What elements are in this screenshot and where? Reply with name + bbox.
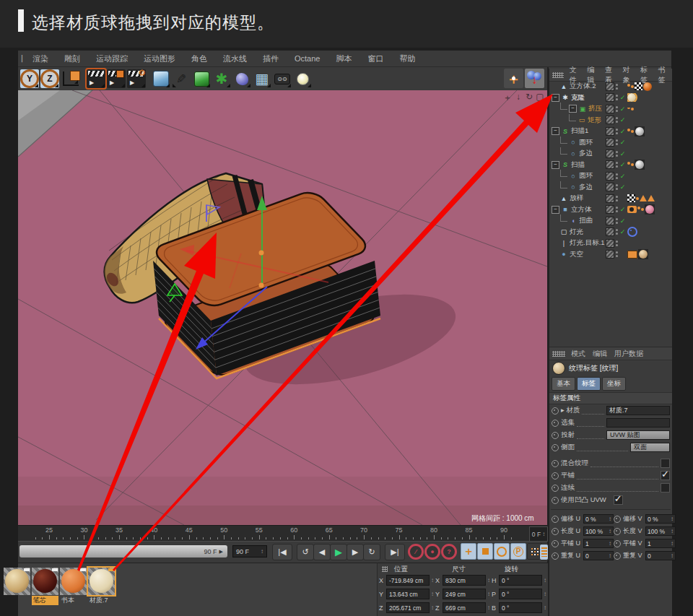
checker-tag-icon[interactable]	[627, 194, 635, 202]
enable-toggle[interactable]: ✓	[618, 128, 627, 135]
menu-item-Octane[interactable]: Octane	[287, 54, 328, 63]
layer-icon[interactable]	[606, 217, 614, 225]
uv-field-重复 U[interactable]: 0↕	[583, 551, 614, 560]
mograph-cloner-button[interactable]: ✱	[212, 69, 231, 88]
deformer-button[interactable]	[232, 69, 251, 88]
add-cube-button[interactable]	[152, 69, 170, 88]
material-笔芯[interactable]: 笔芯	[32, 568, 58, 605]
attr-field-材质[interactable]: 材质.7	[606, 406, 670, 415]
visibility-dots[interactable]	[616, 196, 618, 201]
prev-key-button[interactable]: ◀	[313, 544, 331, 560]
enable-toggle[interactable]: ✓	[618, 161, 627, 168]
layer-icon[interactable]	[606, 116, 614, 124]
material-partial[interactable]	[4, 568, 30, 596]
object-row-扭曲[interactable]: ◖扭曲✓	[549, 215, 672, 227]
coord-field-0-Z[interactable]: 205.671 cm	[386, 602, 430, 613]
timeline-ruler[interactable]: 25303540455055606570758085900 F↕	[18, 525, 547, 542]
object-row-克隆[interactable]: −✱克隆✓	[549, 92, 672, 104]
tri-tag-icon[interactable]	[648, 195, 655, 201]
enable-toggle[interactable]: ✓	[618, 139, 627, 146]
enable-toggle[interactable]: ✓	[618, 150, 627, 157]
menu-item-运动图形[interactable]: 运动图形	[136, 53, 183, 64]
coord-field-2-P[interactable]: 0 °	[499, 589, 542, 599]
expand-toggle[interactable]: −	[552, 206, 559, 214]
menu-item-渲染[interactable]: 渲染	[25, 53, 56, 64]
uv-field-长度 V[interactable]: 100 %↕	[645, 526, 676, 536]
ball-pink-tag-icon[interactable]	[645, 204, 655, 214]
uv-field-长度 U[interactable]: 100 %↕	[583, 526, 614, 536]
expand-toggle[interactable]: −	[569, 105, 577, 113]
light-button[interactable]	[293, 69, 312, 88]
visibility-dots[interactable]	[616, 84, 618, 90]
enable-toggle[interactable]: ✓	[618, 183, 627, 191]
record-rotation-button[interactable]	[494, 544, 510, 559]
object-row-灯光.目标.1[interactable]: |灯光.目标.1	[549, 238, 672, 249]
render-view-button[interactable]: ▶	[87, 69, 105, 88]
layer-icon[interactable]	[606, 172, 614, 181]
coord-field-1-Y[interactable]: 249 cm	[443, 589, 486, 599]
menu-item-脚本[interactable]: 脚本	[328, 53, 359, 64]
pen-spline-button[interactable]: ✎	[172, 69, 191, 88]
tab-基本[interactable]: 基本	[552, 377, 575, 391]
attr-field-选集[interactable]	[606, 418, 670, 428]
ball-silver-tag-icon[interactable]	[635, 160, 645, 170]
layer-icon[interactable]	[606, 194, 614, 203]
dot-tag-icon[interactable]	[636, 197, 639, 200]
attr-menu-模式[interactable]: 模式	[567, 349, 589, 359]
material-书本[interactable]: 书本	[60, 568, 87, 605]
enable-toggle[interactable]: ✓	[618, 116, 627, 123]
attr-menu-编辑[interactable]: 编辑	[589, 349, 611, 359]
anim-dot-icon[interactable]	[552, 420, 559, 427]
enable-toggle[interactable]: ✓	[618, 217, 627, 225]
ball-silver-tag-icon[interactable]	[635, 126, 645, 136]
next-key-button[interactable]: ▶	[346, 544, 364, 560]
layer-icon[interactable]	[606, 149, 614, 158]
menu-item-窗口[interactable]: 窗口	[359, 53, 391, 64]
uv-field-偏移 U[interactable]: 0 %↕	[583, 514, 614, 524]
anim-dot-icon[interactable]	[614, 540, 621, 547]
uv-field-偏移 V[interactable]: 0 %↕	[645, 514, 676, 524]
anim-dot-icon[interactable]	[552, 516, 559, 523]
record-auto-button[interactable]: ●	[424, 544, 440, 559]
checker-tag-icon[interactable]	[635, 82, 642, 90]
floor-environment-button[interactable]: ▦	[253, 69, 271, 88]
dots-tag-icon[interactable]	[627, 130, 634, 133]
record-position-button[interactable]: ＋	[461, 544, 476, 559]
attr-checkbox-混合纹理[interactable]	[661, 459, 670, 468]
attr-checkbox-使用凹凸 UVW[interactable]	[614, 495, 623, 505]
layer-icon[interactable]	[606, 239, 614, 248]
dots-tag-icon[interactable]	[627, 85, 634, 88]
layer-icon[interactable]	[606, 183, 614, 191]
uv-field-平铺 V[interactable]: 1↕	[645, 539, 676, 548]
menu-item-帮助[interactable]: 帮助	[391, 53, 423, 64]
expand-toggle[interactable]: −	[552, 94, 559, 102]
timeline-settings-button[interactable]	[539, 544, 549, 560]
coord-field-0-Y[interactable]: 13.643 cm	[386, 589, 430, 599]
object-row-放样[interactable]: ▲放样	[549, 193, 672, 204]
object-row-圆环[interactable]: ○圆环✓	[549, 170, 672, 182]
workplane-icon[interactable]: ＋	[504, 69, 523, 88]
object-row-扫描1[interactable]: −S扫描1✓	[549, 126, 672, 137]
axis-z-lock-button[interactable]: Z	[40, 69, 59, 88]
layer-icon[interactable]	[606, 160, 614, 169]
enable-toggle[interactable]: ✓	[618, 105, 627, 113]
anim-dot-icon[interactable]	[552, 472, 559, 480]
current-frame-field[interactable]: 90 F↕	[232, 545, 267, 558]
loop-range-button[interactable]: ↺	[297, 544, 314, 560]
render-picture-viewer-button[interactable]: ▶	[107, 69, 126, 88]
object-row-立方体[interactable]: −■立方体✓	[549, 204, 672, 216]
record-scale-button[interactable]	[477, 544, 493, 559]
camera-tag-icon[interactable]	[627, 206, 637, 213]
camera-button[interactable]: ⊙⊙	[273, 69, 292, 88]
layer-icon[interactable]	[606, 127, 614, 136]
record-key-button[interactable]: ⁄	[408, 544, 424, 559]
coord-field-1-Z[interactable]: 669 cm	[443, 602, 486, 613]
layer-icon[interactable]	[606, 205, 614, 214]
dots-tag-icon[interactable]	[637, 208, 644, 211]
layer-icon[interactable]	[606, 82, 614, 91]
tab-坐标[interactable]: 坐标	[602, 377, 626, 391]
menu-item-角色[interactable]: 角色	[183, 53, 215, 64]
menu-item-插件[interactable]: 插件	[255, 53, 287, 64]
object-row-扫描[interactable]: −S扫描✓	[549, 160, 672, 171]
anim-dot-icon[interactable]	[552, 460, 559, 467]
